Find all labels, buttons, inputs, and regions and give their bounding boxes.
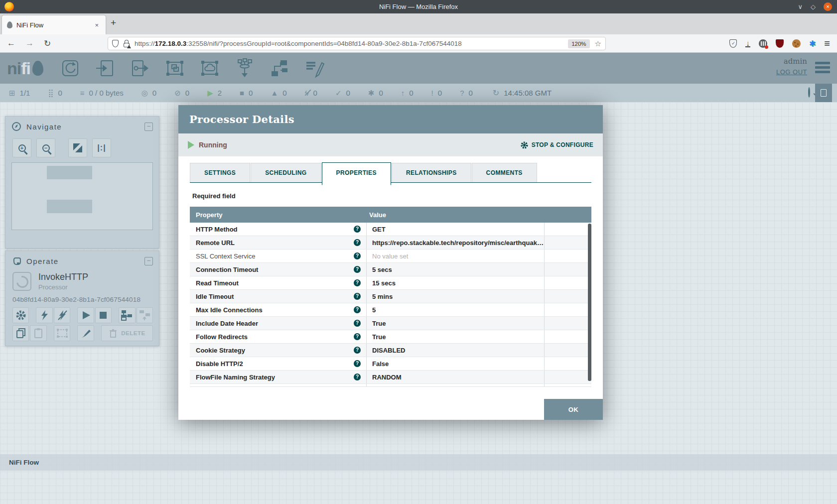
reload-button[interactable]: ↻ [44, 38, 51, 49]
input-port-icon[interactable] [95, 58, 115, 78]
global-menu-icon[interactable] [815, 62, 830, 75]
help-icon[interactable]: ? [354, 252, 361, 259]
property-row[interactable]: Follow Redirects?True [190, 330, 591, 344]
property-actions-cell [544, 330, 591, 343]
tab-comments[interactable]: COMMENTS [472, 163, 537, 182]
bulletin-panel-button[interactable] [815, 84, 832, 102]
process-group-icon[interactable] [165, 58, 185, 78]
remote-process-group-icon[interactable] [200, 58, 220, 78]
search-button[interactable] [808, 88, 810, 97]
group-button[interactable] [54, 325, 70, 341]
delete-button[interactable]: DELETE [101, 325, 153, 341]
window-maximize-icon[interactable]: ◇ [811, 3, 816, 10]
property-row[interactable]: SSL Context Service?No value set [190, 250, 591, 263]
property-row[interactable]: Disable HTTP/2?False [190, 357, 591, 371]
url-text[interactable]: https://172.18.0.3:32558/nifi/?processGr… [135, 40, 568, 47]
help-icon[interactable]: ? [354, 347, 361, 354]
property-row[interactable]: Idle Timeout?5 mins [190, 290, 591, 303]
ok-button[interactable]: OK [544, 399, 603, 420]
stop-and-configure-button[interactable]: STOP & CONFIGURE [520, 141, 593, 149]
zoom-fit-button[interactable] [68, 138, 87, 157]
property-row[interactable]: Read Timeout?15 secs [190, 276, 591, 290]
status-count: 0 [58, 89, 62, 97]
table-scrollbar[interactable] [588, 224, 591, 381]
browser-tab[interactable]: NiFi Flow × [2, 15, 106, 34]
tracking-protection-shield-icon[interactable] [112, 40, 119, 47]
browser-menu-icon[interactable]: ≡ [824, 38, 830, 49]
property-actions-cell [544, 344, 591, 357]
property-row[interactable]: Cookie Strategy?DISABLED [190, 344, 591, 357]
help-icon[interactable]: ? [354, 239, 361, 246]
tab-close-icon[interactable]: × [93, 20, 101, 30]
ublock-origin-icon[interactable] [776, 39, 784, 48]
tab-relationships[interactable]: RELATIONSHIPS [392, 163, 471, 182]
breadcrumb-label[interactable]: NiFi Flow [9, 459, 39, 466]
property-value: True [366, 330, 544, 343]
protections-shield-icon[interactable]: ✓ [729, 39, 737, 48]
extension-colorful-icon[interactable]: ✱ [809, 39, 816, 48]
help-icon[interactable]: ? [354, 374, 361, 380]
disable-button[interactable] [54, 307, 70, 323]
processor-icon[interactable] [60, 58, 80, 78]
dialog-body: SETTINGSSCHEDULINGPROPERTIESRELATIONSHIP… [178, 156, 603, 420]
property-row[interactable]: Remote URL?https://repo.stackable.tech/r… [190, 236, 591, 250]
window-close-icon[interactable]: × [824, 2, 832, 11]
help-icon[interactable]: ? [354, 226, 361, 233]
property-row[interactable]: HTTP Method?GET [190, 223, 591, 236]
help-icon[interactable]: ? [354, 360, 361, 367]
downloads-icon[interactable]: ↓ [745, 40, 750, 47]
collapse-navigate-button[interactable]: − [144, 123, 153, 131]
property-row[interactable]: Connection Timeout?5 secs [190, 263, 591, 276]
logout-link[interactable]: LOG OUT [776, 68, 807, 76]
dialog-title: Processor Details [189, 113, 294, 126]
status-count: 2 [218, 89, 222, 97]
property-row[interactable]: FlowFile Naming Strategy?RANDOM [190, 371, 591, 384]
enable-button[interactable] [36, 307, 52, 323]
create-template-button[interactable] [119, 307, 135, 323]
start-button[interactable] [77, 307, 94, 323]
label-icon[interactable] [304, 58, 324, 78]
property-value: 5 secs [366, 263, 544, 276]
url-bar[interactable]: https://172.18.0.3:32558/nifi/?processGr… [108, 37, 606, 50]
search-icon [808, 87, 810, 98]
tab-properties[interactable]: PROPERTIES [322, 162, 391, 185]
tab-scheduling[interactable]: SCHEDULING [251, 163, 321, 182]
back-button[interactable]: ← [7, 38, 15, 48]
fill-color-button[interactable] [77, 325, 94, 341]
sync-failure-icon: ? [460, 89, 464, 97]
bookmark-star-icon[interactable]: ☆ [595, 39, 601, 48]
zoom-actual-button[interactable]: |:| [92, 138, 111, 157]
configure-button[interactable] [12, 307, 29, 323]
help-icon[interactable]: ? [354, 320, 361, 327]
tab-settings[interactable]: SETTINGS [190, 163, 250, 182]
zoom-out-button[interactable]: − [36, 138, 55, 157]
property-row[interactable]: ? [190, 384, 591, 387]
selected-component-type: Processor [38, 283, 153, 291]
help-icon[interactable]: ? [354, 293, 361, 300]
property-value: RANDOM [366, 371, 544, 383]
birdseye-map[interactable] [11, 162, 153, 230]
zoom-level-badge[interactable]: 120% [568, 39, 589, 48]
lock-icon[interactable] [123, 40, 130, 47]
output-port-icon[interactable] [130, 58, 150, 78]
property-row[interactable]: Max Idle Connections?5 [190, 303, 591, 317]
help-icon[interactable]: ? [354, 279, 361, 286]
property-row[interactable]: Include Date Header?True [190, 317, 591, 330]
forward-button[interactable]: → [25, 38, 34, 48]
help-icon[interactable]: ? [354, 266, 361, 273]
help-icon[interactable]: ? [354, 306, 361, 313]
cookie-extension-icon[interactable] [792, 39, 801, 48]
copy-button[interactable] [12, 325, 29, 341]
zoom-in-button[interactable]: + [12, 138, 31, 157]
window-shade-icon[interactable]: ∨ [798, 3, 803, 10]
refresh-icon[interactable]: ↻ [493, 88, 499, 98]
new-tab-button[interactable]: + [111, 17, 116, 28]
funnel-icon[interactable] [235, 58, 255, 78]
extension-containers-icon[interactable] [759, 39, 767, 48]
collapse-operate-button[interactable]: − [144, 257, 153, 265]
template-icon[interactable] [270, 58, 289, 78]
stop-button[interactable] [95, 307, 112, 323]
paste-button[interactable] [30, 325, 46, 341]
help-icon[interactable]: ? [354, 333, 361, 340]
upload-template-button[interactable] [137, 307, 153, 323]
